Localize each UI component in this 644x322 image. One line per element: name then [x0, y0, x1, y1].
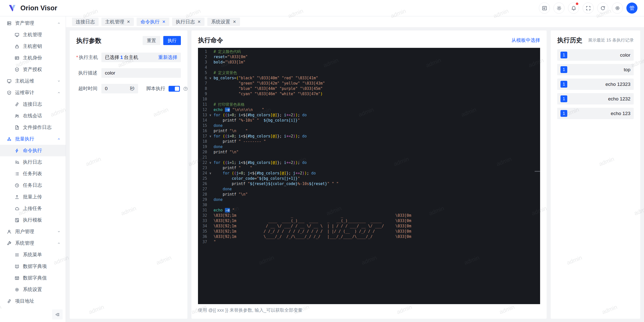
content-area: 执行参数 重置 执行 *执行主机 已选择1台主机 [66, 27, 644, 322]
users-icon [14, 114, 19, 118]
fold-chevron-icon[interactable]: ∨ [207, 113, 214, 118]
refresh-icon [600, 6, 606, 11]
history-item-top[interactable]: 1top [557, 64, 634, 75]
tab-label: 连接日志 [76, 19, 95, 25]
sidebar-item-label: 主机运维 [15, 78, 34, 84]
sidebar-item-执行日志[interactable]: 执行日志 [0, 156, 66, 168]
tab-连接日志[interactable]: 连接日志 [72, 18, 99, 26]
sidebar-item-主机管理[interactable]: 主机管理 [0, 29, 66, 41]
line-number: 35 [198, 229, 207, 234]
tab-系统设置[interactable]: 系统设置✕ [207, 18, 240, 26]
list-icon [14, 171, 19, 176]
run-button[interactable]: 执行 [163, 36, 181, 45]
chevron-up-icon [57, 21, 61, 25]
fold-chevron-icon[interactable]: ∨ [207, 76, 214, 81]
sidebar-item-连接日志[interactable]: 连接日志 [0, 98, 66, 110]
fullscreen-icon[interactable] [583, 3, 594, 14]
sidebar-item-文件操作日志[interactable]: 文件操作日志 [0, 122, 66, 133]
refresh-icon[interactable] [597, 3, 608, 14]
line-number: 24 [198, 171, 207, 176]
fold-chevron-icon[interactable]: ∨ [207, 134, 214, 139]
history-item-echo 12323[interactable]: 1echo 12323 [557, 79, 634, 90]
host-selected-text: 已选择1台主机 [105, 54, 138, 61]
template-icon [14, 218, 19, 223]
close-tab-icon[interactable]: ✕ [162, 20, 165, 24]
sidebar-item-主机身份[interactable]: 主机身份 [0, 52, 66, 64]
line-number: 22 [198, 160, 207, 165]
code-line: 25 color_code="${bg_colors[j+1]}" [198, 176, 540, 181]
sidebar-item-label: 用户管理 [15, 228, 34, 235]
sidebar-item-系统菜单[interactable]: 系统菜单 [0, 249, 66, 261]
idcard-icon [14, 56, 19, 60]
required-asterisk: * [76, 55, 78, 60]
host-select-field[interactable]: 已选择1台主机 重新选择 [101, 53, 181, 62]
sidebar-item-label: 批量上传 [23, 194, 42, 200]
sidebar-item-上传任务[interactable]: 上传任务 [0, 203, 66, 214]
sidebar-item-运维审计[interactable]: 运维审计 [0, 87, 66, 98]
code-line: 18 printf " -------- " [198, 139, 540, 144]
sidebar-item-主机密钥[interactable]: 主机密钥 [0, 41, 66, 52]
sidebar-item-label: 任务日志 [23, 182, 42, 189]
code-editor[interactable]: 1# 定义颜色代码2reset="\033[0m"3bold="\033[1m"… [198, 48, 540, 304]
sidebar-item-命令执行[interactable]: 命令执行 [0, 145, 66, 156]
sidebar-item-在线会话[interactable]: 在线会话 [0, 110, 66, 122]
sidebar-item-系统设置[interactable]: 系统设置 [0, 284, 66, 295]
sidebar-item-批量上传[interactable]: 批量上传 [0, 191, 66, 203]
sidebar-item-任务列表[interactable]: 任务列表 [0, 168, 66, 180]
sidebar-item-系统管理[interactable]: 系统管理 [0, 237, 66, 249]
theme-icon[interactable] [553, 3, 565, 14]
code-line: 10 [198, 97, 540, 102]
timeout-input[interactable] [105, 86, 120, 91]
help-icon[interactable] [183, 86, 188, 91]
sidebar-item-资产授权[interactable]: 资产授权 [0, 64, 66, 75]
history-item-color[interactable]: 1color [557, 49, 634, 61]
close-tab-icon[interactable]: ✕ [127, 20, 130, 24]
code-line: 35\033[92;1m / /_/ / / / / /_/ / / / / |… [198, 229, 540, 234]
reselect-host-link[interactable]: 重新选择 [158, 54, 177, 61]
history-item-echo 1232[interactable]: 1echo 1232 [557, 93, 634, 104]
line-number: 16 [198, 128, 207, 134]
close-tab-icon[interactable]: ✕ [197, 20, 201, 24]
sidebar-item-执行模板[interactable]: 执行模板 [0, 214, 66, 226]
sidebar-item-数据字典值[interactable]: 数据字典值 [0, 272, 66, 284]
code-line: 37" [198, 239, 540, 245]
editor-hint: 使用 @{{ xxx }} 来替换参数, 输入_可以获取全部变量 [198, 307, 540, 313]
sidebar-item-label: 系统设置 [23, 286, 42, 293]
history-item-label: echo 1232 [608, 96, 630, 102]
fold-chevron-icon[interactable]: ∨ [207, 160, 214, 165]
fold-chevron-icon[interactable]: ∨ [207, 171, 214, 176]
sidebar-collapse-button[interactable] [52, 309, 63, 319]
code-line: 33\033[92;1m ____ ____(_)___ ____ _ __(_… [198, 218, 540, 224]
exec-desc-input[interactable] [105, 70, 177, 76]
line-number: 11 [198, 102, 207, 107]
topbar-actions: 管 [539, 3, 637, 14]
script-exec-toggle[interactable] [169, 86, 180, 92]
tab-执行日志[interactable]: 执行日志✕ [172, 18, 205, 26]
sidebar-item-批量执行[interactable]: 批量执行 [0, 133, 66, 145]
close-tab-icon[interactable]: ✕ [233, 20, 236, 24]
sidebar-item-资产管理[interactable]: 资产管理 [0, 17, 66, 29]
sidebar-item-主机运维[interactable]: 主机运维 [0, 75, 66, 87]
notifications-icon[interactable] [568, 3, 579, 14]
code-line: 34\033[92;1m / __ \/ ___/ / __ \/ __ \ |… [198, 224, 540, 229]
code-line: 19done [198, 144, 540, 150]
tab-主机管理[interactable]: 主机管理✕ [101, 18, 134, 26]
sidebar-item-用户管理[interactable]: 用户管理 [0, 226, 66, 237]
reset-button[interactable]: 重置 [143, 36, 160, 45]
line-number: 31 [198, 208, 207, 213]
code-line: 7 "green" "\033[42m" "yellow" "\033[43m" [198, 81, 540, 86]
code-line: 32\033[92;1m _ _ \033[0m [198, 213, 540, 218]
toggle-knob [175, 87, 179, 91]
line-number: 2 [198, 54, 207, 60]
user-avatar[interactable]: 管 [626, 3, 637, 14]
sidebar-item-任务日志[interactable]: 任务日志 [0, 180, 66, 191]
history-item-echo 123[interactable]: 1echo 123 [557, 108, 634, 119]
template-select-link[interactable]: 从模板中选择 [511, 37, 540, 44]
timeout-field: 秒 [101, 84, 138, 93]
tab-命令执行[interactable]: 命令执行✕ [137, 18, 169, 26]
sidebar-item-项目地址[interactable]: 项目地址 [0, 295, 66, 307]
settings-icon[interactable] [612, 3, 623, 14]
app-logo[interactable]: Orion Visor [8, 4, 57, 13]
code-square-icon[interactable] [539, 3, 550, 14]
sidebar-item-数据字典项[interactable]: 数据字典项 [0, 261, 66, 272]
